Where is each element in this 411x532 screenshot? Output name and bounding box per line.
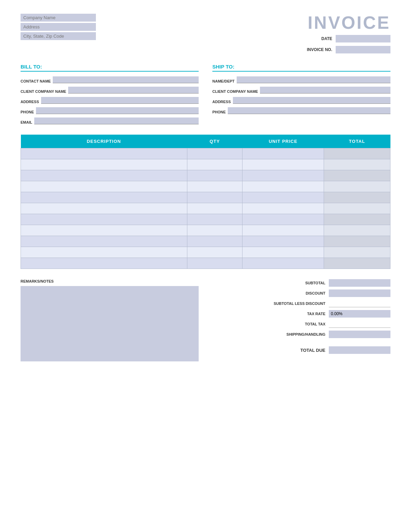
bill-phone-input[interactable] bbox=[36, 107, 199, 114]
header-right: INVOICE DATE INVOICE NO. bbox=[301, 14, 390, 53]
desc-cell-input[interactable] bbox=[24, 150, 184, 158]
qty-cell-input[interactable] bbox=[190, 194, 240, 201]
total-cell bbox=[324, 203, 390, 214]
total-tax-input[interactable] bbox=[329, 320, 390, 328]
desc-cell-input[interactable] bbox=[24, 248, 184, 256]
company-address-input[interactable] bbox=[21, 23, 96, 31]
remarks-textarea[interactable] bbox=[21, 286, 199, 361]
desc-cell-input[interactable] bbox=[24, 215, 184, 223]
qty-cell-input[interactable] bbox=[190, 237, 240, 245]
desc-cell-input[interactable] bbox=[24, 183, 184, 190]
desc-cell bbox=[21, 148, 187, 159]
ship-phone-row: PHONE bbox=[212, 107, 390, 114]
total-due-input[interactable] bbox=[329, 346, 390, 354]
desc-cell bbox=[21, 247, 187, 258]
unit-price-cell-input[interactable] bbox=[245, 194, 321, 201]
subtotal-input[interactable] bbox=[329, 279, 390, 287]
qty-cell-input[interactable] bbox=[190, 226, 240, 234]
unit-price-cell-input[interactable] bbox=[245, 237, 321, 245]
total-cell-input[interactable] bbox=[327, 194, 387, 201]
table-header: DESCRIPTION QTY UNIT PRICE TOTAL bbox=[21, 135, 390, 148]
date-input[interactable] bbox=[336, 35, 390, 42]
desc-cell bbox=[21, 236, 187, 247]
bill-email-input[interactable] bbox=[34, 117, 199, 124]
tax-rate-input[interactable] bbox=[329, 310, 390, 318]
ship-to-title: SHIP TO: bbox=[212, 64, 390, 72]
bill-company-input[interactable] bbox=[68, 87, 199, 94]
table-row bbox=[21, 236, 390, 247]
total-cell-input[interactable] bbox=[327, 183, 387, 190]
unit-price-cell-input[interactable] bbox=[245, 215, 321, 223]
discount-label: DISCOUNT bbox=[264, 291, 325, 295]
desc-cell-input[interactable] bbox=[24, 205, 184, 212]
bill-address-label: ADDRESS bbox=[21, 100, 39, 104]
qty-cell-input[interactable] bbox=[190, 248, 240, 256]
invoice-table: DESCRIPTION QTY UNIT PRICE TOTAL bbox=[21, 135, 390, 269]
company-city-input[interactable] bbox=[21, 32, 96, 40]
bill-address-input[interactable] bbox=[41, 97, 199, 104]
qty-cell-input[interactable] bbox=[190, 150, 240, 158]
table-row bbox=[21, 203, 390, 214]
ship-address-row: ADDRESS bbox=[212, 97, 390, 104]
ship-address-input[interactable] bbox=[233, 97, 390, 104]
qty-cell bbox=[187, 181, 242, 192]
total-cell bbox=[324, 247, 390, 258]
bill-ship-section: BILL TO: CONTACT NAME CLIENT COMPANY NAM… bbox=[21, 64, 390, 128]
unit-price-cell-input[interactable] bbox=[245, 226, 321, 234]
total-cell-input[interactable] bbox=[327, 226, 387, 234]
total-cell-input[interactable] bbox=[327, 172, 387, 180]
invoice-title: INVOICE bbox=[301, 14, 390, 32]
bill-address-row: ADDRESS bbox=[21, 97, 199, 104]
discount-input[interactable] bbox=[329, 289, 390, 297]
unit-price-cell-input[interactable] bbox=[245, 183, 321, 190]
shipping-input[interactable] bbox=[329, 331, 390, 338]
unit-price-cell-input[interactable] bbox=[245, 259, 321, 267]
subtotal-less-discount-input[interactable] bbox=[329, 300, 390, 307]
subtotal-label: SUBTOTAL bbox=[264, 281, 325, 285]
desc-cell-input[interactable] bbox=[24, 194, 184, 201]
ship-phone-input[interactable] bbox=[228, 107, 390, 114]
qty-cell-input[interactable] bbox=[190, 259, 240, 267]
ship-company-input[interactable] bbox=[260, 87, 390, 94]
total-cell-input[interactable] bbox=[327, 150, 387, 158]
total-cell-input[interactable] bbox=[327, 215, 387, 223]
desc-cell-input[interactable] bbox=[24, 237, 184, 245]
unit-price-cell-input[interactable] bbox=[245, 248, 321, 256]
invoice-no-input[interactable] bbox=[336, 46, 390, 53]
unit-price-cell-input[interactable] bbox=[245, 172, 321, 180]
unit-price-cell bbox=[242, 247, 324, 258]
qty-cell-input[interactable] bbox=[190, 215, 240, 223]
desc-cell-input[interactable] bbox=[24, 172, 184, 180]
tax-rate-label: TAX RATE bbox=[264, 312, 325, 316]
unit-price-cell-input[interactable] bbox=[245, 161, 321, 169]
desc-cell-input[interactable] bbox=[24, 226, 184, 234]
invoice-no-row: INVOICE NO. bbox=[301, 46, 390, 53]
desc-cell-input[interactable] bbox=[24, 259, 184, 267]
total-cell-input[interactable] bbox=[327, 161, 387, 169]
ship-name-input[interactable] bbox=[237, 76, 390, 83]
qty-cell-input[interactable] bbox=[190, 161, 240, 169]
bill-company-label: CLIENT COMPANY NAME bbox=[21, 89, 66, 94]
bottom-section: REMARKS/NOTES SUBTOTAL DISCOUNT SUBTOTAL… bbox=[21, 279, 390, 363]
total-cell-input[interactable] bbox=[327, 237, 387, 245]
total-tax-label: TOTAL TAX bbox=[264, 322, 325, 326]
unit-price-cell bbox=[242, 225, 324, 236]
ship-to-section: SHIP TO: NAME/DEPT CLIENT COMPANY NAME A… bbox=[212, 64, 390, 128]
subtotal-row: SUBTOTAL bbox=[212, 279, 390, 287]
total-cell-input[interactable] bbox=[327, 248, 387, 256]
qty-cell bbox=[187, 170, 242, 181]
company-name-input[interactable] bbox=[21, 14, 96, 22]
desc-cell-input[interactable] bbox=[24, 161, 184, 169]
bill-contact-input[interactable] bbox=[53, 76, 199, 83]
unit-price-cell bbox=[242, 192, 324, 203]
desc-cell bbox=[21, 225, 187, 236]
total-cell-input[interactable] bbox=[327, 205, 387, 212]
total-cell-input[interactable] bbox=[327, 259, 387, 267]
qty-cell-input[interactable] bbox=[190, 183, 240, 190]
qty-cell-input[interactable] bbox=[190, 205, 240, 212]
total-cell bbox=[324, 181, 390, 192]
bill-contact-row: CONTACT NAME bbox=[21, 76, 199, 83]
qty-cell-input[interactable] bbox=[190, 172, 240, 180]
unit-price-cell-input[interactable] bbox=[245, 205, 321, 212]
unit-price-cell-input[interactable] bbox=[245, 150, 321, 158]
